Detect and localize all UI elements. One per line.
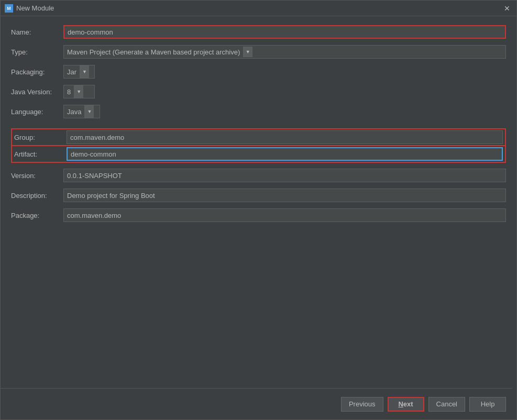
dialog-footer: Previous Next Cancel Help (1, 388, 516, 419)
scrollbar[interactable] (512, 16, 516, 419)
artifact-label: Artifact: (14, 150, 67, 158)
window-icon: M (5, 4, 13, 13)
type-dropdown[interactable]: Maven Project (Generate a Maven based pr… (63, 45, 506, 59)
java-version-value: 8 (64, 87, 74, 97)
type-control: Maven Project (Generate a Maven based pr… (63, 45, 506, 59)
group-row: Group: (11, 128, 506, 146)
name-label: Name: (11, 28, 63, 36)
group-input[interactable] (67, 130, 503, 144)
type-dropdown-arrow[interactable]: ▼ (243, 47, 252, 57)
type-dropdown-text: Maven Project (Generate a Maven based pr… (67, 48, 240, 56)
name-input[interactable] (63, 25, 506, 39)
java-version-arrow[interactable]: ▼ (74, 85, 83, 98)
java-version-control: 8 ▼ (63, 85, 506, 98)
language-control: Java ▼ (63, 105, 506, 118)
next-label: Next (398, 400, 413, 408)
artifact-row: Artifact: (11, 146, 506, 163)
language-select[interactable]: Java ▼ (63, 105, 100, 118)
java-version-select[interactable]: 8 ▼ (63, 85, 95, 98)
group-control (67, 130, 503, 144)
artifact-input[interactable] (67, 147, 503, 161)
packaging-label: Packaging: (11, 68, 63, 76)
artifact-control (67, 147, 503, 161)
version-label: Version: (11, 172, 63, 180)
dialog-content: Name: Type: Maven Project (Generate a Ma… (1, 16, 516, 388)
description-label: Description: (11, 192, 63, 200)
java-version-row: Java Version: 8 ▼ (11, 84, 506, 99)
dialog-window: M New Module ✕ Name: Type: Maven Project… (0, 0, 517, 420)
description-control (63, 189, 506, 202)
language-value: Java (64, 107, 84, 117)
language-arrow[interactable]: ▼ (84, 105, 94, 118)
name-row: Name: (11, 25, 506, 39)
description-row: Description: (11, 188, 506, 203)
language-row: Language: Java ▼ (11, 104, 506, 119)
window-title: New Module (16, 4, 502, 12)
next-button[interactable]: Next (388, 397, 424, 412)
package-control (63, 208, 506, 222)
type-row: Type: Maven Project (Generate a Maven ba… (11, 45, 506, 59)
close-button[interactable]: ✕ (502, 3, 512, 14)
previous-button[interactable]: Previous (341, 397, 383, 412)
name-control (63, 25, 506, 39)
packaging-row: Packaging: Jar ▼ (11, 64, 506, 79)
package-label: Package: (11, 212, 63, 219)
packaging-select[interactable]: Jar ▼ (63, 65, 95, 79)
type-label: Type: (11, 48, 63, 56)
version-row: Version: (11, 168, 506, 183)
package-row: Package: (11, 208, 506, 223)
help-button[interactable]: Help (469, 397, 506, 412)
java-version-label: Java Version: (11, 88, 63, 96)
packaging-value: Jar (64, 67, 80, 77)
version-input[interactable] (63, 169, 506, 182)
version-control (63, 169, 506, 182)
packaging-arrow[interactable]: ▼ (80, 65, 89, 78)
title-bar: M New Module ✕ (1, 1, 516, 16)
language-label: Language: (11, 108, 63, 116)
description-input[interactable] (63, 189, 506, 202)
cancel-button[interactable]: Cancel (428, 397, 465, 412)
group-label: Group: (14, 134, 67, 141)
packaging-control: Jar ▼ (63, 65, 506, 79)
package-input[interactable] (63, 208, 506, 222)
